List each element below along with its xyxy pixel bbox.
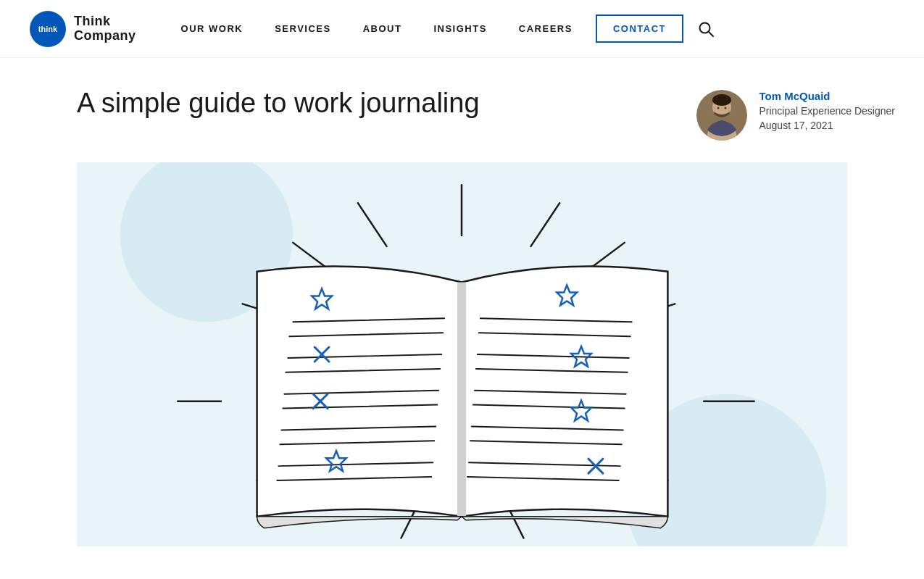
svg-point-9 (725, 107, 727, 109)
nav-about[interactable]: ABOUT (347, 23, 418, 34)
author-avatar (696, 90, 747, 141)
journal-svg (77, 162, 847, 546)
brand-name-company: Company (74, 29, 136, 43)
logo-link[interactable]: think Think Company (29, 10, 136, 48)
navbar: think Think Company OUR WORK SERVICES AB… (0, 0, 924, 58)
brand-name-think: Think (74, 14, 136, 29)
svg-text:think: think (38, 24, 58, 33)
author-role: Principal Experience Designer (759, 105, 895, 117)
author-date: August 17, 2021 (759, 120, 895, 131)
nav-our-work[interactable]: OUR WORK (165, 23, 259, 34)
nav-insights[interactable]: INSIGHTS (417, 23, 502, 34)
svg-point-7 (712, 94, 731, 106)
search-button[interactable] (695, 18, 717, 40)
author-area: Tom McQuaid Principal Experience Designe… (696, 90, 895, 141)
nav-contact-button[interactable]: CONTACT (596, 14, 683, 43)
search-icon (698, 21, 714, 37)
svg-point-8 (717, 107, 720, 109)
author-info: Tom McQuaid Principal Experience Designe… (759, 90, 895, 131)
article-title: A simple guide to work journaling (77, 87, 480, 120)
logo-text: Think Company (74, 14, 136, 43)
logo-icon: think (29, 10, 67, 48)
nav-careers[interactable]: CAREERS (503, 23, 588, 34)
hero-image (77, 162, 847, 546)
avatar-image (696, 90, 747, 141)
nav-services[interactable]: SERVICES (259, 23, 347, 34)
svg-line-3 (709, 31, 714, 36)
nav-links: OUR WORK SERVICES ABOUT INSIGHTS CAREERS… (165, 14, 895, 43)
author-name-link[interactable]: Tom McQuaid (759, 90, 895, 102)
article-header: A simple guide to work journaling (0, 58, 924, 155)
